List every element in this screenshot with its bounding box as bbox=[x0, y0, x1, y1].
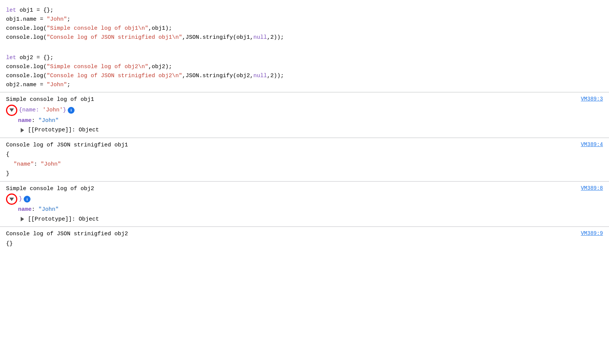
json-key: "name" bbox=[14, 161, 34, 168]
triangle-right-icon-1 bbox=[21, 128, 24, 133]
console-obj-line-3: } i bbox=[6, 193, 575, 205]
info-icon-1[interactable]: i bbox=[68, 107, 75, 114]
obj-prop-name-1: name: "John" bbox=[18, 116, 575, 126]
code-text: obj2.name = bbox=[6, 82, 47, 88]
code-text: obj1.name = bbox=[6, 16, 47, 23]
prototype-line-1: [[Prototype]]: Object bbox=[18, 125, 575, 135]
console-content-4: Console log of JSON strinigfied obj2 {} bbox=[6, 229, 575, 248]
code-text: console.log( bbox=[6, 25, 47, 32]
code-block-2: let obj2 = {}; console.log("Simple conso… bbox=[0, 51, 609, 92]
console-content-3: Simple console log of obj2 } i name: "Jo… bbox=[6, 184, 575, 224]
obj-empty: } bbox=[19, 196, 22, 202]
code-text: ; bbox=[67, 82, 70, 88]
string-log4: "Console log of JSON strinigfied obj2\n" bbox=[47, 73, 182, 79]
console-content-1: Simple console log of obj1 {name: 'John'… bbox=[6, 95, 575, 135]
code-text: console.log( bbox=[6, 34, 47, 41]
console-label-4: Console log of JSON strinigfied obj2 bbox=[6, 229, 575, 239]
keyword-let: let bbox=[6, 7, 16, 14]
console-label-1: Simple console log of obj1 bbox=[6, 95, 575, 105]
console-entry-4: Console log of JSON strinigfied obj2 {} … bbox=[0, 227, 609, 251]
code-block-1: let obj1 = {}; obj1.name = "John"; conso… bbox=[0, 4, 609, 44]
json-val: "John" bbox=[41, 161, 61, 168]
string-john: "John" bbox=[47, 16, 67, 23]
vm-link-1[interactable]: VM389:3 bbox=[581, 95, 603, 104]
obj-expanded-1: name: "John" [[Prototype]]: Object bbox=[6, 116, 575, 135]
prototype-expand-3[interactable] bbox=[18, 215, 26, 223]
code-line-2: obj1.name = "John"; bbox=[6, 15, 603, 24]
prop-val-3: "John" bbox=[38, 206, 59, 213]
code-line-5: let obj2 = {}; bbox=[6, 53, 603, 62]
obj-prop-name-3: name: "John" bbox=[18, 205, 575, 215]
console-row-1: Simple console log of obj1 {name: 'John'… bbox=[6, 95, 603, 135]
obj-expanded-3: name: "John" [[Prototype]]: Object bbox=[6, 205, 575, 224]
obj-key-name: {name: bbox=[19, 107, 43, 113]
console-row-4: Console log of JSON strinigfied obj2 {} … bbox=[6, 229, 603, 248]
vm-link-4[interactable]: VM389:9 bbox=[581, 229, 603, 238]
code-text: ,obj1); bbox=[148, 25, 172, 32]
console-entry-2: Console log of JSON strinigfied obj1 { "… bbox=[0, 138, 609, 181]
string-john2: "John" bbox=[47, 82, 67, 88]
info-icon-3[interactable]: i bbox=[24, 196, 30, 203]
obj-close: } bbox=[63, 107, 66, 113]
code-line-4: console.log("Console log of JSON strinig… bbox=[6, 33, 603, 42]
console-label-3: Simple console log of obj2 bbox=[6, 184, 575, 194]
code-text: ,2)); bbox=[267, 34, 284, 41]
console-row-2: Console log of JSON strinigfied obj1 { "… bbox=[6, 140, 603, 179]
code-text: obj1 = {}; bbox=[20, 7, 53, 14]
code-line-3: console.log("Simple console log of obj1\… bbox=[6, 24, 603, 33]
expand-circle-1[interactable] bbox=[6, 105, 17, 116]
prototype-line-3: [[Prototype]]: Object bbox=[18, 215, 575, 224]
expand-circle-3[interactable] bbox=[6, 193, 17, 205]
code-text: ; bbox=[67, 16, 70, 23]
code-line-7: console.log("Console log of JSON strinig… bbox=[6, 72, 603, 81]
code-line-1: let obj1 = {}; bbox=[6, 6, 603, 15]
obj-preview-1: {name: 'John'} bbox=[19, 105, 66, 115]
console-content-2: Console log of JSON strinigfied obj1 { "… bbox=[6, 140, 575, 179]
kw-null: null bbox=[253, 34, 267, 41]
triangle-down-icon-3 bbox=[9, 198, 14, 201]
obj-val-john: 'John' bbox=[43, 107, 63, 113]
prop-val: "John" bbox=[38, 117, 59, 124]
keyword-let2: let bbox=[6, 55, 16, 61]
code-text: ,JSON.stringify(obj1, bbox=[182, 34, 253, 41]
code-text: ,JSON.stringify(obj2, bbox=[182, 73, 253, 79]
code-text: console.log( bbox=[6, 73, 47, 79]
string-log1: "Simple console log of obj1\n" bbox=[47, 25, 148, 32]
code-text: ,obj2); bbox=[148, 64, 172, 70]
console-entry-1: Simple console log of obj1 {name: 'John'… bbox=[0, 92, 609, 137]
vm-link-3[interactable]: VM389:8 bbox=[581, 184, 603, 193]
prop-key: name bbox=[18, 117, 32, 124]
code-line-6: console.log("Simple console log of obj2\… bbox=[6, 62, 603, 72]
obj-preview-3: } bbox=[19, 194, 22, 204]
json-colon: : bbox=[34, 161, 41, 168]
console-obj-line-1: {name: 'John'} i bbox=[6, 105, 575, 116]
console-label-2: Console log of JSON strinigfied obj1 bbox=[6, 140, 575, 150]
code-line-8: obj2.name = "John"; bbox=[6, 81, 603, 90]
colon-3: : bbox=[32, 206, 38, 213]
colon: : bbox=[32, 117, 38, 124]
code-text: ,2)); bbox=[267, 73, 284, 79]
console-row-3: Simple console log of obj2 } i name: "Jo… bbox=[6, 184, 603, 224]
code-text: console.log( bbox=[6, 64, 47, 70]
kw-null2: null bbox=[253, 73, 267, 79]
prop-key-3: name bbox=[18, 206, 32, 213]
json-line-close: } bbox=[6, 169, 575, 179]
prototype-text-1: [[Prototype]]: Object bbox=[28, 125, 99, 135]
code-text: obj2 = {}; bbox=[20, 55, 53, 61]
triangle-right-icon-3 bbox=[21, 217, 24, 221]
json-line-open: { bbox=[6, 150, 575, 160]
triangle-down-icon-1 bbox=[9, 108, 14, 112]
vm-link-2[interactable]: VM389:4 bbox=[581, 140, 603, 149]
prototype-text-3: [[Prototype]]: Object bbox=[28, 215, 99, 224]
json-line-name: "name": "John" bbox=[6, 160, 575, 169]
json-empty: {} bbox=[6, 239, 575, 249]
prototype-expand-1[interactable] bbox=[18, 126, 26, 134]
console-entry-3: Simple console log of obj2 } i name: "Jo… bbox=[0, 181, 609, 227]
string-log3: "Simple console log of obj2\n" bbox=[47, 64, 148, 70]
string-log2: "Console log of JSON strinigfied obj1\n" bbox=[47, 34, 182, 41]
